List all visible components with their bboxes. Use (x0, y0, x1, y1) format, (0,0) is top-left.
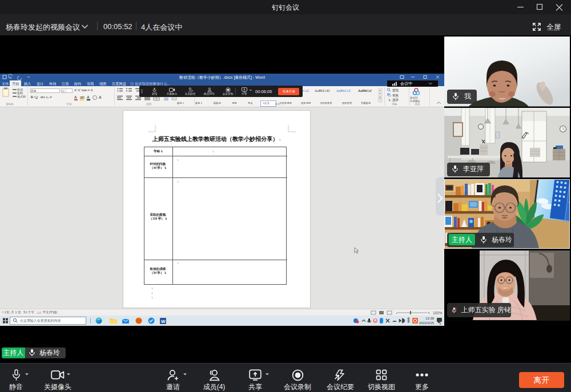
svg-text:A: A (99, 95, 102, 99)
svg-text:100%: 100% (433, 311, 443, 315)
svg-text:查找: 查找 (392, 88, 399, 92)
svg-text:格式刷: 格式刷 (17, 95, 26, 99)
svg-text:+: + (428, 311, 430, 315)
svg-text:ab: ab (80, 95, 85, 99)
svg-text:W: W (161, 319, 166, 324)
svg-text:A: A (87, 95, 90, 99)
svg-text:A: A (74, 95, 77, 99)
svg-text:3: 3 (439, 322, 441, 325)
svg-text:替换: 替换 (392, 94, 399, 98)
svg-text:选择: 选择 (392, 98, 399, 102)
